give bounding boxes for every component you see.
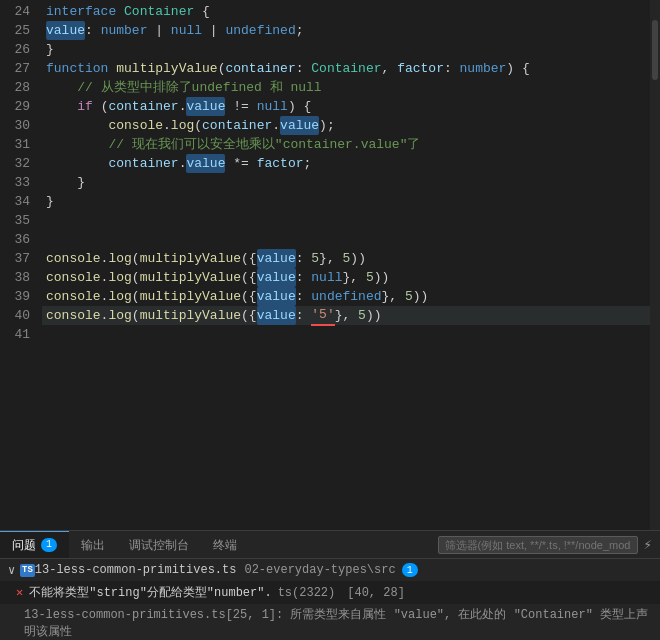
- token-fn: multiplyValue: [140, 306, 241, 325]
- token-plain: ({: [241, 249, 257, 268]
- error-detail[interactable]: 13-less-common-primitives.ts[25, 1]: 所需类…: [0, 604, 660, 640]
- line-number: 34: [8, 192, 30, 211]
- token-str: '5': [311, 305, 334, 326]
- error-icon: ✕: [16, 585, 23, 600]
- panel-tab-debug[interactable]: 调试控制台: [117, 531, 201, 558]
- token-plain: ;: [296, 21, 304, 40]
- line-number: 41: [8, 325, 30, 344]
- token-plain: {: [194, 2, 210, 21]
- token-plain: :: [85, 21, 101, 40]
- line-number: 26: [8, 40, 30, 59]
- panel-content: ∨TS 13-less-common-primitives.ts02-every…: [0, 559, 660, 640]
- token-plain: (: [194, 116, 202, 135]
- code-line: console.log(multiplyValue({value: undefi…: [42, 287, 660, 306]
- token-type: Container: [311, 59, 381, 78]
- panel-tab-problems[interactable]: 问题1: [0, 531, 69, 558]
- code-line: console.log(container.value);: [42, 116, 660, 135]
- code-line: }: [42, 40, 660, 59]
- token-fn: console: [108, 116, 163, 135]
- token-fn: log: [108, 249, 131, 268]
- token-plain: |: [202, 21, 225, 40]
- line-number: 39: [8, 287, 30, 306]
- filter-icon[interactable]: ⚡: [644, 536, 652, 553]
- token-kw2: if: [77, 97, 93, 116]
- filter-input[interactable]: [438, 536, 638, 554]
- panel-tab-terminal[interactable]: 终端: [201, 531, 249, 558]
- filepath: 02-everyday-types\src: [244, 563, 395, 577]
- line-number: 35: [8, 211, 30, 230]
- token-plain: }: [46, 40, 54, 59]
- code-line: [42, 211, 660, 230]
- token-plain: ) {: [288, 97, 311, 116]
- token-plain: (: [218, 59, 226, 78]
- code-lines[interactable]: interface Container {value: number | nul…: [42, 0, 660, 530]
- token-plain: )): [413, 287, 429, 306]
- token-fn: console: [46, 268, 101, 287]
- code-line: console.log(multiplyValue({value: null},…: [42, 268, 660, 287]
- line-number: 30: [8, 116, 30, 135]
- panel-tab-output[interactable]: 输出: [69, 531, 117, 558]
- token-plain: .: [101, 287, 109, 306]
- token-fn: log: [108, 306, 131, 325]
- code-line: [42, 325, 660, 344]
- token-prop: value: [257, 306, 296, 325]
- token-plain: .: [179, 154, 187, 173]
- file-tree-item[interactable]: ∨TS 13-less-common-primitives.ts02-every…: [0, 559, 660, 581]
- code-line: container.value *= factor;: [42, 154, 660, 173]
- error-code: ts(2322): [278, 586, 336, 600]
- token-plain: :: [444, 59, 460, 78]
- token-plain: [46, 78, 77, 97]
- token-plain: },: [343, 268, 366, 287]
- filename: 13-less-common-primitives.ts: [35, 563, 237, 577]
- token-plain: ({: [241, 306, 257, 325]
- token-plain: .: [179, 97, 187, 116]
- token-kw: interface: [46, 2, 116, 21]
- line-number: 31: [8, 135, 30, 154]
- filter-area: ⚡: [438, 531, 660, 558]
- scrollbar[interactable]: [650, 0, 660, 530]
- code-line: console.log(multiplyValue({value: '5'}, …: [42, 306, 660, 325]
- chevron-icon: ∨: [8, 563, 18, 578]
- token-plain: .: [101, 268, 109, 287]
- token-fn: multiplyValue: [140, 287, 241, 306]
- token-plain: (: [132, 306, 140, 325]
- code-line: // 从类型中排除了undefined 和 null: [42, 78, 660, 97]
- token-plain: )): [350, 249, 366, 268]
- token-plain: },: [319, 249, 342, 268]
- token-fn: log: [108, 268, 131, 287]
- token-fn: log: [108, 287, 131, 306]
- line-number: 29: [8, 97, 30, 116]
- token-num: 5: [311, 249, 319, 268]
- token-plain: !=: [225, 97, 256, 116]
- token-var: factor: [257, 154, 304, 173]
- code-line: // 现在我们可以安全地乘以"container.value"了: [42, 135, 660, 154]
- bottom-panel: 问题1输出调试控制台终端⚡ ∨TS 13-less-common-primiti…: [0, 530, 660, 640]
- token-kw: null: [257, 97, 288, 116]
- token-plain: :: [296, 268, 312, 287]
- error-item[interactable]: ✕不能将类型"string"分配给类型"number". ts(2322)[40…: [0, 581, 660, 604]
- token-comment: // 现在我们可以安全地乘以"container.value"了: [108, 135, 420, 154]
- line-number: 37: [8, 249, 30, 268]
- line-number: 28: [8, 78, 30, 97]
- scroll-thumb[interactable]: [652, 20, 658, 80]
- token-kw: null: [171, 21, 202, 40]
- line-number: 36: [8, 230, 30, 249]
- tab-badge: 1: [41, 538, 57, 552]
- token-num: 5: [405, 287, 413, 306]
- line-number: 27: [8, 59, 30, 78]
- token-plain: ({: [241, 287, 257, 306]
- error-message: 不能将类型"string"分配给类型"number".: [29, 584, 271, 601]
- token-plain: ) {: [506, 59, 529, 78]
- line-number: 25: [8, 21, 30, 40]
- token-var: container: [108, 154, 178, 173]
- token-plain: [46, 154, 108, 173]
- token-plain: .: [272, 116, 280, 135]
- tab-label: 调试控制台: [129, 537, 189, 554]
- token-fn: console: [46, 287, 101, 306]
- token-prop: value: [257, 287, 296, 306]
- token-kw: function: [46, 59, 108, 78]
- token-num: 5: [366, 268, 374, 287]
- token-var: container: [225, 59, 295, 78]
- code-line: }: [42, 192, 660, 211]
- token-fn: multiplyValue: [116, 59, 217, 78]
